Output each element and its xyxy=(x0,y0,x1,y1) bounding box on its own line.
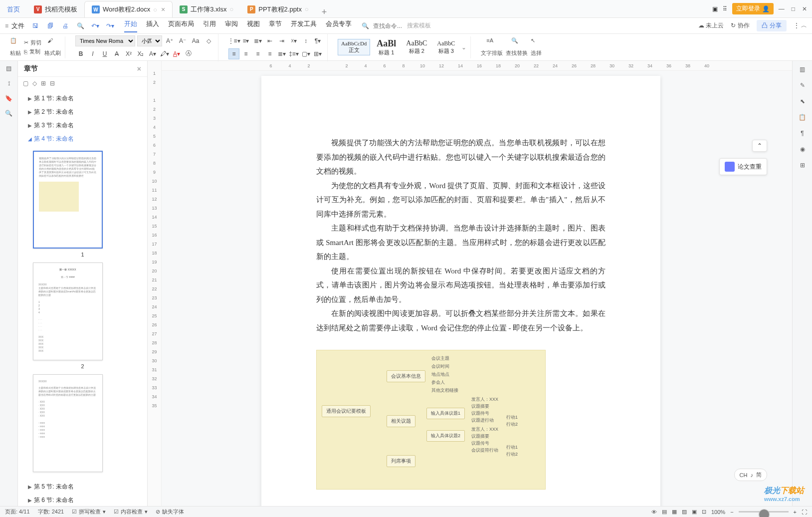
search-rail-icon[interactable]: 🔍 xyxy=(5,110,12,117)
properties-icon[interactable]: ▥ xyxy=(800,66,805,73)
align-center-button[interactable]: ≡ xyxy=(240,48,251,59)
shading-button[interactable]: ▢▾ xyxy=(300,48,311,59)
change-case-icon[interactable]: Aa xyxy=(190,35,201,46)
cut-button[interactable]: ✂ 剪切 xyxy=(24,39,41,46)
missing-font[interactable]: ⊘ 缺失字体 xyxy=(156,508,184,516)
style-h3[interactable]: AaBbC标题 3 xyxy=(433,38,458,56)
outline-icon[interactable]: ▤ xyxy=(6,65,11,72)
paper-check-button[interactable]: 论文查重 xyxy=(719,158,767,175)
tab-word-doc[interactable]: WWord教程2.docx○× xyxy=(84,1,173,17)
clipboard-icon[interactable]: 📋 xyxy=(799,114,806,121)
pin-icon[interactable]: ○ xyxy=(153,6,157,13)
select-tool-icon[interactable]: ⬉ xyxy=(800,98,805,105)
add-section-icon[interactable]: ⊞ xyxy=(41,80,46,87)
content-check-toggle[interactable]: ☑ 内容检查 ▾ xyxy=(114,508,148,516)
tab-view[interactable]: 视图 xyxy=(247,19,260,32)
fit-page-icon[interactable]: ⊡ xyxy=(702,509,706,515)
multilevel-button[interactable]: ≣▾ xyxy=(252,35,263,46)
paragraph-icon[interactable]: ¶ xyxy=(801,130,804,137)
styles-more-icon[interactable]: ⌄ xyxy=(461,44,466,51)
expand-all-icon[interactable]: ◇ xyxy=(32,80,37,87)
word-count[interactable]: 字数: 2421 xyxy=(38,508,64,516)
paragraph[interactable]: 使用在需要位置出现的新按钮在 Word 中保存时间。若要更改图片适应文档的方式，… xyxy=(316,264,606,307)
paste-button[interactable]: 📋粘贴 xyxy=(10,37,21,57)
paragraph[interactable]: 视频提供了功能强大的方法帮助您证明您的观点。当您单击联机视频时，可以在想要添加的… xyxy=(316,136,606,179)
tab-layout[interactable]: 页面布局 xyxy=(168,19,194,32)
align-justify-button[interactable]: ≡ xyxy=(264,48,275,59)
grow-font-icon[interactable]: A⁺ xyxy=(164,35,175,46)
eye-icon[interactable]: 👁 xyxy=(651,509,657,515)
page-canvas[interactable]: 视频提供了功能强大的方法帮助您证明您的观点。当您单击联机视频时，可以在想要添加的… xyxy=(162,61,792,506)
section-item[interactable]: ▶第 3 节: 未命名 xyxy=(18,119,147,132)
undo-icon[interactable]: ↶▾ xyxy=(90,22,100,29)
find-replace-button[interactable]: 🔍查找替换 xyxy=(506,37,528,57)
bookmark-icon[interactable]: 🔖 xyxy=(5,95,12,102)
tab-references[interactable]: 引用 xyxy=(203,19,216,32)
increase-indent-button[interactable]: ⇥ xyxy=(276,35,287,46)
font-color-button[interactable]: A▾ xyxy=(171,48,182,59)
tab-dev[interactable]: 开发工具 xyxy=(291,19,317,32)
tab-chapter[interactable]: 章节 xyxy=(269,19,282,32)
horizontal-ruler[interactable]: 642246810121416182022242628303234363840 xyxy=(162,61,792,71)
embedded-diagram[interactable]: 通用会议纪要模板 会议基本信息 相关议题 列席事项 会议主题 会议时间 地点地点… xyxy=(316,350,546,490)
format-painter[interactable]: 🖌格式刷 xyxy=(44,37,61,57)
bullets-button[interactable]: ⋮≡▾ xyxy=(228,35,239,46)
save-icon[interactable]: 🖫 xyxy=(30,22,40,29)
section-item[interactable]: ▶第 1 节: 未命名 xyxy=(18,92,147,105)
page-thumbnail[interactable]: 视频提供了功能强大的方法帮助您证明您的观点当您单击联机视频时可以在想要添加的视频… xyxy=(33,151,103,249)
scroll-top-button[interactable]: ⌃ xyxy=(752,140,767,152)
tab-ppt[interactable]: PPPT教程2.pptx○ xyxy=(240,1,316,17)
section-item-active[interactable]: ◢第 4 节: 未命名 xyxy=(18,132,147,146)
pin-icon[interactable]: ○ xyxy=(305,5,309,13)
select-button[interactable]: ↖选择 xyxy=(531,37,542,57)
more-tools-icon[interactable]: ⊞ xyxy=(800,162,805,169)
view-web-icon[interactable]: ▨ xyxy=(682,509,687,515)
zoom-in-button[interactable]: + xyxy=(794,509,797,515)
menu-icon[interactable]: ≡ xyxy=(5,22,8,29)
style-h1[interactable]: AaBl标题 1 xyxy=(373,37,400,58)
file-menu[interactable]: 文件 xyxy=(11,21,24,30)
distribute-button[interactable]: ≣▾ xyxy=(276,48,287,59)
paragraph[interactable]: 主题和样式也有助于文档保持协调。当您单击设计并选择新的主题时，图片、图表或 Sm… xyxy=(316,221,606,264)
zoom-out-button[interactable]: − xyxy=(730,509,733,515)
page-indicator[interactable]: 页面: 4/11 xyxy=(5,508,30,516)
minimize-button[interactable]: — xyxy=(779,5,785,12)
collab-button[interactable]: ↻ 协作 xyxy=(731,21,749,30)
paragraph[interactable]: 在新的阅读视图中阅读更加容易。可以折叠文档某些部分并关注所需文本。如果在达到结尾… xyxy=(316,306,606,335)
underline-button[interactable]: U xyxy=(99,48,110,59)
collapse-all-icon[interactable]: ▢ xyxy=(23,80,28,87)
login-button[interactable]: 立即登录👤 xyxy=(732,3,774,14)
tab-excel[interactable]: S工作簿3.xlsx○ xyxy=(173,1,240,17)
view-read-icon[interactable]: ▦ xyxy=(672,509,677,515)
add-tab-button[interactable]: + xyxy=(316,7,333,17)
page-thumbnail[interactable]: XXXXX 主题和样式也有助于文档保持协调当您单击设计并选择新的主题时图片图表或… xyxy=(33,374,103,472)
search-input[interactable] xyxy=(373,22,403,29)
close-icon[interactable]: × xyxy=(161,5,165,13)
view-print-icon[interactable]: ▤ xyxy=(662,509,667,515)
zoom-level[interactable]: 100% xyxy=(711,509,725,515)
section-item[interactable]: ▶第 2 节: 未命名 xyxy=(18,105,147,119)
highlight-button[interactable]: 🖍▾ xyxy=(159,48,170,59)
tab-home[interactable]: 首页 xyxy=(0,1,27,17)
redo-icon[interactable]: ↷▾ xyxy=(105,22,115,29)
print-preview-icon[interactable]: 🔍 xyxy=(75,22,85,29)
remove-section-icon[interactable]: ⊟ xyxy=(50,80,55,87)
decrease-indent-button[interactable]: ⇤ xyxy=(264,35,275,46)
borders-button[interactable]: ⊞▾ xyxy=(312,48,323,59)
section-item[interactable]: ▶第 5 节: 未命名 xyxy=(18,480,147,494)
nav-icon[interactable]: ⟟ xyxy=(8,80,10,87)
print-icon[interactable]: 🖨 xyxy=(60,22,70,29)
vertical-ruler[interactable]: 1212345678910111213141516171819202122232… xyxy=(148,61,162,506)
pin-icon[interactable]: ○ xyxy=(229,5,233,13)
layout-switch-icon[interactable]: ▣ xyxy=(712,5,718,12)
tab-review[interactable]: 审阅 xyxy=(225,19,238,32)
tab-insert[interactable]: 插入 xyxy=(146,19,159,32)
section-item[interactable]: ▶第 6 节: 未命名 xyxy=(18,494,147,506)
maximize-button[interactable]: □ xyxy=(792,5,795,12)
font-family-select[interactable]: Times New Roma xyxy=(75,35,135,46)
align-right-button[interactable]: ≡ xyxy=(252,48,263,59)
superscript-button[interactable]: X² xyxy=(123,48,134,59)
cloud-status[interactable]: ☁ 未上云 xyxy=(698,21,724,30)
line-spacing-button[interactable]: ‡≡▾ xyxy=(288,48,299,59)
ime-indicator[interactable]: CH♪简 xyxy=(734,469,767,481)
